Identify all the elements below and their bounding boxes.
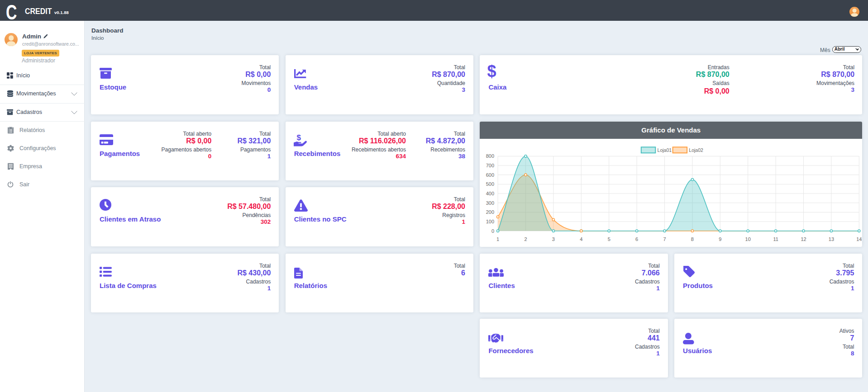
svg-text:11: 11	[773, 236, 778, 242]
svg-text:8: 8	[691, 236, 694, 242]
svg-text:10: 10	[745, 236, 751, 242]
svg-text:$: $	[296, 134, 301, 142]
svg-text:12: 12	[801, 236, 806, 242]
svg-text:Loja01: Loja01	[658, 147, 672, 153]
svg-text:400: 400	[486, 190, 494, 196]
svg-text:9: 9	[719, 236, 722, 242]
svg-text:14: 14	[857, 236, 862, 242]
svg-text:500: 500	[486, 181, 494, 187]
svg-text:700: 700	[486, 162, 494, 168]
svg-text:0: 0	[491, 228, 494, 233]
svg-text:7: 7	[663, 236, 666, 242]
svg-text:4: 4	[580, 236, 583, 242]
svg-text:600: 600	[486, 172, 494, 177]
svg-text:100: 100	[486, 218, 494, 224]
svg-text:3: 3	[552, 236, 555, 242]
svg-text:800: 800	[486, 153, 494, 159]
svg-text:300: 300	[486, 200, 494, 205]
svg-text:Loja02: Loja02	[689, 147, 704, 153]
svg-text:6: 6	[635, 236, 638, 242]
svg-text:200: 200	[486, 209, 494, 215]
svg-text:5: 5	[608, 236, 610, 242]
svg-text:2: 2	[525, 236, 527, 242]
svg-text:13: 13	[829, 236, 834, 242]
svg-text:1: 1	[496, 236, 499, 242]
